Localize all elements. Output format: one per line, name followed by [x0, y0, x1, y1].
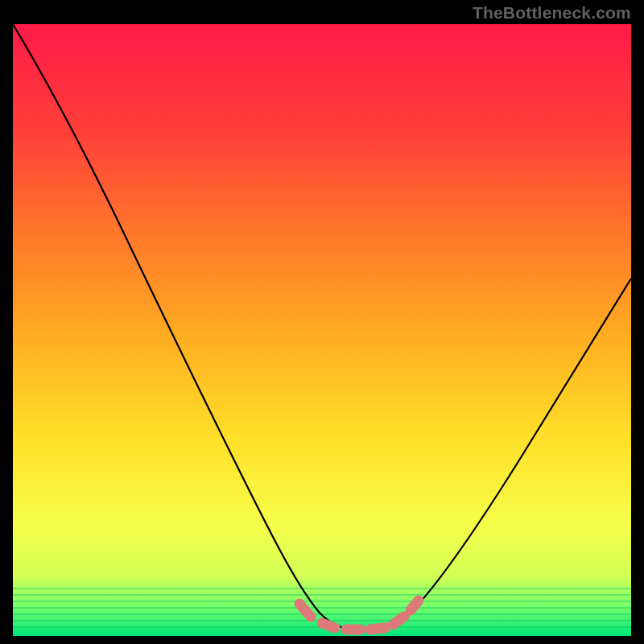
svg-line-10: [370, 628, 385, 630]
svg-line-12: [411, 601, 419, 610]
plot-frame: [13, 24, 631, 636]
svg-rect-0: [13, 588, 631, 589]
svg-line-8: [322, 623, 335, 628]
watermark-text: TheBottleneck.com: [473, 3, 631, 23]
svg-line-11: [393, 617, 404, 625]
svg-rect-1: [13, 594, 631, 596]
gradient-background: [13, 24, 631, 636]
bottleneck-chart: [13, 24, 631, 636]
svg-rect-2: [13, 601, 631, 602]
svg-rect-3: [13, 607, 631, 609]
